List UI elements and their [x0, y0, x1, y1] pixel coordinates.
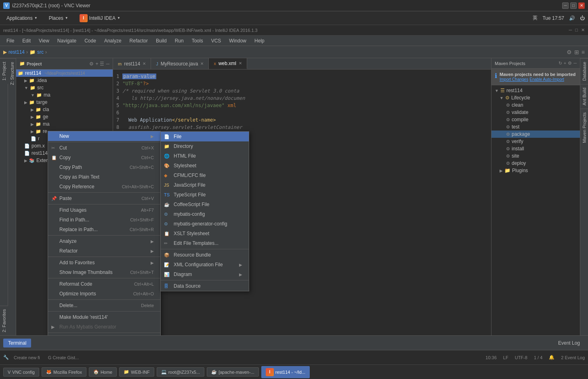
ctx-copy-path[interactable]: Copy Path Ctrl+Shift+C — [48, 162, 160, 172]
ctx-delete[interactable]: Delete... Delete — [48, 301, 160, 310]
tree-targe[interactable]: ▶ 📁 targe — [16, 99, 113, 106]
panel-settings-btn[interactable]: ⚙ — [89, 61, 94, 67]
project-side-label[interactable]: 1: Project — [0, 58, 8, 84]
tab-webxml[interactable]: x web.xml ✕ — [209, 58, 247, 69]
tb-webinf[interactable]: 📁 WEB-INF — [119, 367, 154, 377]
ctx-new[interactable]: New ▶ 📄 File 📁 Directory 🌐 HTML Fil — [48, 131, 160, 141]
applications-menu[interactable]: Applications ▼ — [3, 14, 41, 23]
ctx-copy-plain[interactable]: Copy as Plain Text — [48, 172, 160, 182]
sub-coffee[interactable]: ☕ CoffeeScript File — [161, 200, 249, 209]
menu-navigate[interactable]: Navigate — [54, 37, 80, 45]
ctx-local-history[interactable]: Local History ▶ — [48, 334, 160, 335]
menu-help[interactable]: Help — [251, 37, 268, 45]
sub-datasource[interactable]: 🗄 Data Source — [161, 281, 249, 291]
maven-lifecycle[interactable]: ▼ ⚙ Lifecycle — [491, 94, 580, 101]
sub-html[interactable]: 🌐 HTML File — [161, 151, 249, 161]
tab-myresource[interactable]: J MyResource.java ✕ — [151, 58, 209, 69]
ant-side-label[interactable]: Ant Build — [580, 84, 588, 109]
ctx-optimize[interactable]: Optimize Imports Ctrl+Alt+O — [48, 289, 160, 299]
menu-run[interactable]: Run — [172, 37, 187, 45]
win-close[interactable]: ✕ — [581, 27, 585, 33]
sub-ts[interactable]: TS TypeScript File — [161, 190, 249, 200]
menu-build[interactable]: Build — [153, 37, 170, 45]
maven-deploy[interactable]: ⚙ deploy — [491, 160, 580, 167]
auto-import-link[interactable]: Enable Auto-Import — [529, 77, 564, 82]
settings-icon[interactable]: ⚙ — [567, 49, 572, 55]
ctx-paste[interactable]: 📌 Paste Ctrl+V — [48, 194, 160, 203]
maven-clean[interactable]: ⚙ clean — [491, 101, 580, 109]
event-log-tab[interactable]: Event Log — [553, 339, 585, 347]
menu-vcs[interactable]: VCS — [208, 37, 225, 45]
breadcrumb-src[interactable]: src — [37, 49, 44, 55]
menu-view[interactable]: View — [36, 37, 52, 45]
maximize-button[interactable]: □ — [570, 2, 577, 9]
tb-home[interactable]: 🏠 Home — [89, 367, 117, 377]
maven-site[interactable]: ⚙ site — [491, 152, 580, 160]
ctx-reformat[interactable]: Reformat Code Ctrl+Alt+L — [48, 279, 160, 289]
tb-firefox[interactable]: 🦊 Mozilla Firefox — [42, 367, 86, 377]
sub-cfml[interactable]: ◆ CFML/CFC file — [161, 171, 249, 180]
tree-ma2[interactable]: ▶ 📁 ma — [16, 120, 113, 128]
menu-window[interactable]: Window — [226, 37, 250, 45]
tb-maven[interactable]: ☕ [apache-maven-... — [207, 367, 259, 377]
tab-rest114[interactable]: m rest114 ✕ — [113, 58, 151, 69]
maven-verify[interactable]: ⚙ verify — [491, 138, 580, 145]
tree-root[interactable]: 📁 rest114 ~/IdeaProjects/rest114 — [16, 69, 113, 77]
database-side-label[interactable]: Database — [580, 58, 588, 84]
maven-plugins[interactable]: ▶ 📁 Plugins — [491, 167, 580, 174]
menu-refactor[interactable]: Refactor — [126, 37, 151, 45]
terminal-tab[interactable]: Terminal — [3, 339, 31, 347]
menu-tools[interactable]: Tools — [189, 37, 206, 45]
ctx-copy-ref[interactable]: Copy Reference Ctrl+Alt+Shift+C — [48, 182, 160, 192]
panel-options-btn[interactable]: ☰ — [100, 61, 104, 67]
sub-stylesheet[interactable]: 🎨 Stylesheet — [161, 161, 249, 171]
ctx-cut[interactable]: ✂ Cut Ctrl+X — [48, 143, 160, 153]
ctx-refactor[interactable]: Refactor ▶ — [48, 246, 160, 256]
sub-xslt[interactable]: 📋 XSLT Stylesheet — [161, 229, 249, 238]
menu-code[interactable]: Code — [81, 37, 99, 45]
sub-file[interactable]: 📄 File — [161, 132, 249, 141]
ctx-make-module[interactable]: Make Module 'rest114' — [48, 312, 160, 322]
maven-collapse-icon[interactable]: ─ — [573, 61, 577, 66]
panel-add-btn[interactable]: + — [95, 61, 98, 67]
favorites-side-label[interactable]: 2: Favorites — [0, 305, 8, 335]
minimize-button[interactable]: ─ — [562, 2, 569, 9]
maven-root[interactable]: ▼ ☰ rest114 — [491, 87, 580, 94]
breadcrumb-root[interactable]: rest114 — [8, 49, 25, 55]
ctx-replace-path[interactable]: Replace in Path... Ctrl+Shift+R — [48, 225, 160, 234]
structure-side-label[interactable]: Z: Structure — [8, 58, 16, 88]
maven-add-icon[interactable]: + — [564, 61, 566, 66]
ctx-find-path[interactable]: Find in Path... Ctrl+Shift+F — [48, 215, 160, 225]
idea-menu[interactable]: I IntelliJ IDEA ▼ — [76, 13, 124, 24]
tree-ge[interactable]: ▶ 📁 ge — [16, 113, 113, 120]
maven-package[interactable]: ⚙ package — [491, 131, 580, 138]
maven-refresh-icon[interactable]: ↻ — [559, 61, 562, 66]
maven-side-label[interactable]: Maven Projects — [580, 109, 588, 146]
sub-diagram[interactable]: 📊 Diagram ▶ — [161, 270, 249, 279]
maven-test[interactable]: ⚙ test — [491, 123, 580, 131]
tree-ma[interactable]: ▼ 📁 ma — [16, 91, 113, 99]
win-minimize[interactable]: ─ — [569, 27, 572, 33]
tb-root[interactable]: 💻 root@iZ237x5... — [157, 367, 204, 377]
maven-validate[interactable]: ⚙ validate — [491, 109, 580, 116]
places-menu[interactable]: Places ▼ — [46, 14, 71, 23]
tree-cla[interactable]: ▶ 📁 cla — [16, 106, 113, 113]
tb-idea[interactable]: I rest114 - ~/Id... — [261, 366, 310, 378]
panel-collapse-btn[interactable]: ─ — [106, 61, 109, 67]
sub-edit-templates[interactable]: ✏ Edit File Templates... — [161, 238, 249, 248]
tb-vnc-config[interactable]: V VNC config — [3, 368, 39, 377]
close-button[interactable]: ✕ — [578, 2, 585, 9]
tree-idea[interactable]: ▶ 📁 .idea — [16, 77, 113, 84]
ctx-add-favorites[interactable]: Add to Favorites ▶ — [48, 258, 160, 267]
ctx-copy[interactable]: 📋 Copy Ctrl+C — [48, 153, 160, 162]
expand-icon[interactable]: ⊞ — [574, 49, 579, 55]
sub-resource-bundle[interactable]: 📦 Resource Bundle — [161, 250, 249, 260]
ctx-find-usages[interactable]: Find Usages Alt+F7 — [48, 205, 160, 215]
tab-myresource-close[interactable]: ✕ — [200, 61, 204, 66]
menu-analyze[interactable]: Analyze — [101, 37, 125, 45]
power-icon[interactable]: ⏻ — [580, 15, 585, 21]
tab-webxml-close[interactable]: ✕ — [239, 61, 242, 65]
maven-compile[interactable]: ⚙ compile — [491, 116, 580, 123]
sub-mybatis[interactable]: ⚙ mybatis-config — [161, 209, 249, 219]
sub-xml-config[interactable]: 📝 XML Configuration File ▶ — [161, 260, 249, 270]
